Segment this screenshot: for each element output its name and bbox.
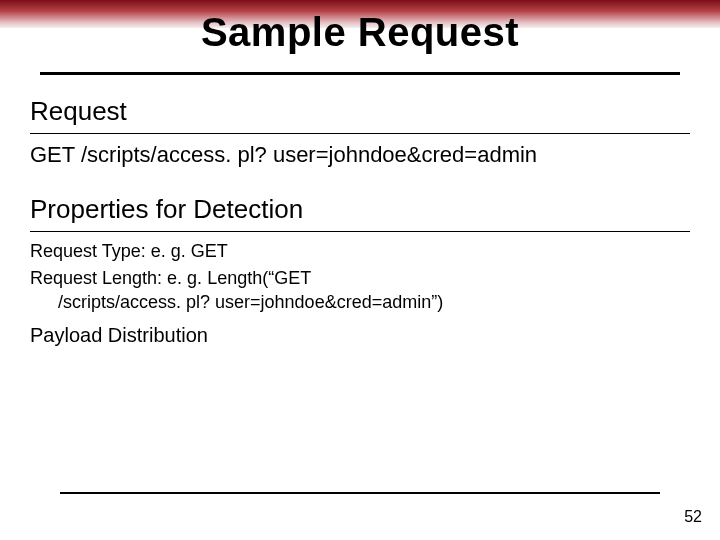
title-divider xyxy=(40,72,680,75)
req-length-inner-rest: /scripts/access. pl? user=johndoe&cred=a… xyxy=(58,292,431,312)
prop-payload-distribution: Payload Distribution xyxy=(30,322,690,348)
section-properties: Properties for Detection Request Type: e… xyxy=(30,194,690,348)
section-divider-2 xyxy=(30,231,690,232)
page-number: 52 xyxy=(684,508,702,526)
prop-request-type: Request Type: e. g. GET xyxy=(30,240,690,263)
req-length-close: ”) xyxy=(431,292,443,312)
footer-divider xyxy=(60,492,660,494)
slide-title: Sample Request xyxy=(0,10,720,55)
section-divider-1 xyxy=(30,133,690,134)
req-length-inner-start: GET xyxy=(274,268,311,288)
req-length-inner-wrap: /scripts/access. pl? user=johndoe&cred=a… xyxy=(30,291,690,314)
section-heading-properties: Properties for Detection xyxy=(30,194,690,225)
slide: Sample Request Request GET /scripts/acce… xyxy=(0,0,720,540)
slide-body: Request GET /scripts/access. pl? user=jo… xyxy=(30,96,690,348)
section-heading-request: Request xyxy=(30,96,690,127)
request-line: GET /scripts/access. pl? user=johndoe&cr… xyxy=(30,142,690,168)
req-length-prefix: Request Length: e. g. Length( xyxy=(30,268,268,288)
prop-request-length: Request Length: e. g. Length(“GET /scrip… xyxy=(30,267,690,314)
